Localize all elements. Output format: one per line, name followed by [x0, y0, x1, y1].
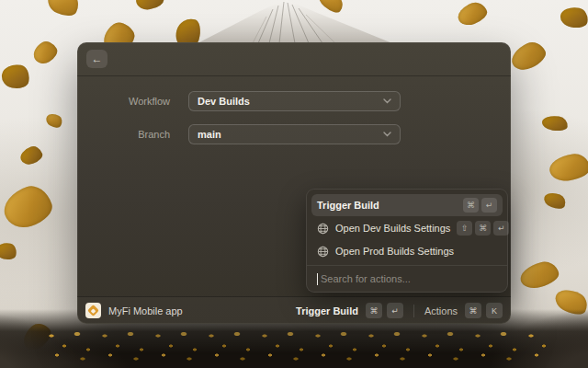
workflow-row: Workflow Dev Builds — [77, 91, 511, 111]
action-label: Trigger Build — [317, 200, 457, 211]
branch-label: Branch — [77, 129, 170, 140]
app-window: ← Workflow Dev Builds Branch main Trigge… — [77, 42, 511, 324]
cmd-key: ⌘ — [366, 303, 382, 318]
window-footer: MyFi Mobile app Trigger Build ⌘ ↵ Action… — [77, 296, 511, 324]
cmd-key: ⌘ — [465, 303, 481, 318]
workflow-value: Dev Builds — [198, 96, 383, 107]
action-label: Open Dev Builds Settings — [335, 223, 450, 234]
cmd-key: ⌘ — [463, 198, 479, 213]
branch-value: main — [198, 129, 383, 140]
k-key: K — [486, 303, 503, 318]
branch-row: Branch main — [77, 124, 511, 144]
shortcut-keys: ⇧ ⌘ ↵ — [457, 221, 509, 236]
action-item-open-dev-settings[interactable]: Open Dev Builds Settings ⇧ ⌘ ↵ — [311, 217, 503, 239]
fallen-leaves — [42, 328, 546, 368]
back-button[interactable]: ← — [86, 50, 107, 68]
action-label: Open Prod Builds Settings — [335, 246, 497, 257]
shift-key: ⇧ — [457, 221, 472, 236]
myfi-app-icon — [85, 303, 101, 318]
workflow-dropdown[interactable]: Dev Builds — [188, 91, 401, 111]
workflow-label: Workflow — [77, 96, 170, 107]
branch-dropdown[interactable]: main — [188, 124, 401, 144]
chevron-down-icon — [383, 132, 391, 137]
actions-search-input[interactable] — [321, 273, 497, 284]
window-header: ← — [77, 42, 511, 76]
globe-icon — [317, 246, 329, 258]
text-caret — [317, 273, 318, 285]
action-item-trigger-build[interactable]: Trigger Build ⌘ ↵ — [311, 194, 503, 216]
chevron-down-icon — [383, 98, 391, 104]
footer-actions: Trigger Build ⌘ ↵ Actions ⌘ K — [296, 303, 503, 318]
footer-divider — [413, 305, 414, 317]
return-key: ↵ — [387, 303, 403, 318]
primary-action-button[interactable]: Trigger Build — [296, 305, 358, 316]
actions-search-area — [307, 265, 507, 288]
mount-fuji — [188, 0, 400, 43]
actions-menu-button[interactable]: Actions — [424, 305, 458, 316]
cmd-key: ⌘ — [475, 221, 491, 236]
actions-popup: Trigger Build ⌘ ↵ Open Dev Builds Settin… — [306, 189, 508, 293]
shortcut-keys: ⌘ ↵ — [463, 198, 497, 213]
globe-icon — [317, 223, 329, 235]
return-key: ↵ — [481, 198, 497, 213]
return-key: ↵ — [493, 221, 509, 236]
diamond-icon — [87, 305, 99, 316]
app-name: MyFi Mobile app — [108, 305, 183, 316]
action-item-open-prod-settings[interactable]: Open Prod Builds Settings — [311, 240, 503, 262]
